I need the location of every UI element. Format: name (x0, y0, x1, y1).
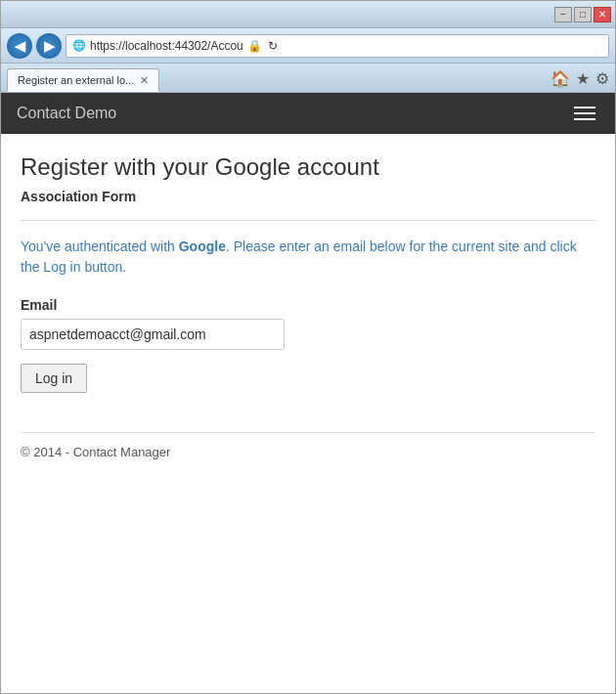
hamburger-line-3 (574, 118, 595, 120)
back-button[interactable]: ◀ (7, 33, 32, 59)
gear-icon[interactable]: ⚙ (595, 69, 609, 88)
page-content: Register with your Google account Associ… (1, 134, 615, 693)
maximize-button[interactable]: □ (574, 7, 592, 22)
url-text: https://localhost:44302/Accou (90, 39, 243, 53)
home-icon[interactable]: 🏠 (550, 69, 570, 88)
email-label: Email (21, 297, 595, 313)
forward-button[interactable]: ▶ (36, 33, 62, 59)
hamburger-line-2 (574, 112, 595, 114)
refresh-icon: ↻ (268, 39, 278, 53)
hamburger-menu[interactable] (570, 103, 599, 124)
address-box[interactable]: 🌐 https://localhost:44302/Accou 🔒 ↻ (66, 34, 609, 58)
form-subtitle: Association Form (21, 189, 595, 204)
info-provider: Google (179, 239, 226, 254)
page-icon: 🌐 (72, 39, 86, 52)
page-title: Register with your Google account (21, 153, 595, 181)
footer-divider (21, 432, 595, 433)
tab-label: Register an external lo... (18, 74, 134, 86)
star-icon[interactable]: ★ (576, 69, 590, 88)
email-input[interactable] (21, 319, 285, 350)
active-tab[interactable]: Register an external lo... ✕ (7, 68, 159, 92)
app-title: Contact Demo (17, 105, 116, 122)
info-message: You've authenticated with Google. Please… (21, 237, 595, 278)
close-button[interactable]: ✕ (594, 7, 611, 22)
info-prefix: You've authenticated with (21, 239, 179, 254)
tab-bar-right: 🏠 ★ ⚙ (550, 69, 609, 92)
title-bar: − □ ✕ (1, 1, 615, 28)
divider (21, 220, 595, 221)
tab-close-icon[interactable]: ✕ (140, 74, 149, 87)
login-button[interactable]: Log in (21, 364, 87, 393)
minimize-button[interactable]: − (554, 7, 572, 22)
lock-icon: 🔒 (247, 39, 262, 53)
hamburger-line-1 (574, 107, 595, 108)
tab-bar: Register an external lo... ✕ 🏠 ★ ⚙ (1, 64, 615, 93)
title-bar-controls[interactable]: − □ ✕ (554, 7, 611, 22)
footer-text: © 2014 - Contact Manager (21, 445, 595, 459)
app-navbar: Contact Demo (1, 93, 615, 134)
address-bar-row: ◀ ▶ 🌐 https://localhost:44302/Accou 🔒 ↻ (1, 28, 615, 64)
